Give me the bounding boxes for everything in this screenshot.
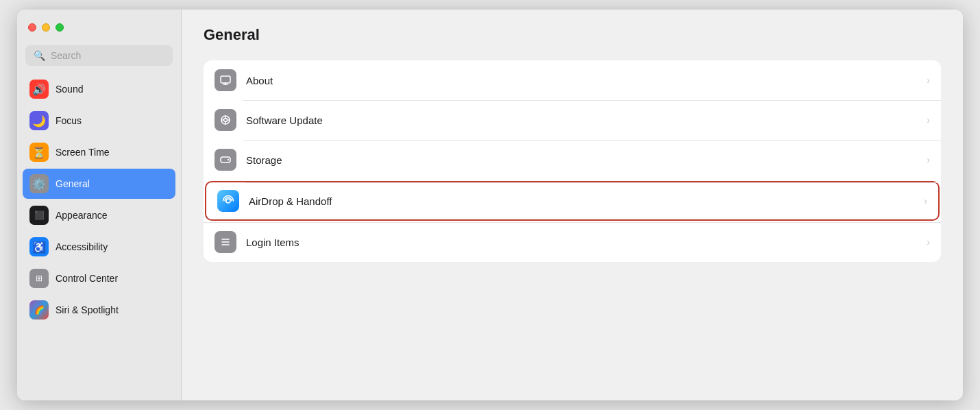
minimize-button[interactable]	[42, 23, 50, 32]
sidebar-label-focus: Focus	[56, 115, 82, 126]
storage-chevron: ›	[927, 154, 930, 165]
sidebar-items-list: 🔊 Sound 🌙 Focus ⏳ Screen Time ⚙️ General…	[17, 71, 181, 400]
row-software-update[interactable]: Software Update ›	[204, 100, 941, 140]
appearance-icon: ⬛	[29, 206, 49, 225]
svg-point-2	[224, 119, 228, 122]
airdrop-chevron: ›	[924, 195, 927, 206]
sound-icon: 🔊	[29, 80, 49, 99]
sidebar-item-screentime[interactable]: ⏳ Screen Time	[23, 137, 175, 167]
software-update-icon	[215, 109, 236, 131]
sidebar-item-focus[interactable]: 🌙 Focus	[23, 106, 175, 136]
row-airdrop[interactable]: AirDrop & Handoff ›	[205, 181, 940, 221]
software-update-label: Software Update	[246, 114, 917, 126]
search-icon: 🔍	[34, 50, 45, 61]
sidebar-item-general[interactable]: ⚙️ General	[23, 169, 175, 199]
about-label: About	[246, 75, 917, 86]
login-items-chevron: ›	[927, 237, 930, 248]
sidebar-label-screentime: Screen Time	[56, 147, 110, 158]
main-content: General About ›	[182, 10, 963, 400]
search-bar[interactable]: 🔍 Search	[25, 45, 173, 66]
svg-rect-0	[221, 76, 230, 83]
title-bar	[17, 10, 181, 45]
sidebar-label-appearance: Appearance	[56, 210, 108, 221]
svg-point-8	[228, 159, 229, 160]
sidebar: 🔍 Search 🔊 Sound 🌙 Focus ⏳ Screen Time ⚙…	[17, 10, 182, 400]
airdrop-label: AirDrop & Handoff	[249, 195, 914, 207]
login-items-icon	[215, 231, 236, 253]
storage-label: Storage	[246, 154, 917, 166]
sidebar-label-accessibility: Accessibility	[56, 241, 108, 252]
page-title: General	[204, 26, 941, 44]
sidebar-item-controlcenter[interactable]: ⊞ Control Center	[23, 263, 175, 293]
sidebar-label-general: General	[56, 178, 90, 189]
svg-point-9	[226, 199, 230, 203]
search-placeholder: Search	[51, 50, 81, 61]
login-items-label: Login Items	[246, 237, 917, 248]
general-icon: ⚙️	[29, 174, 49, 193]
about-chevron: ›	[927, 75, 930, 86]
sidebar-label-siri: Siri & Spotlight	[56, 304, 119, 315]
settings-group: About › Software Update ›	[204, 60, 941, 262]
sidebar-item-sound[interactable]: 🔊 Sound	[23, 74, 175, 104]
sidebar-label-controlcenter: Control Center	[56, 273, 118, 284]
close-button[interactable]	[28, 23, 36, 32]
airdrop-icon	[217, 190, 239, 212]
screentime-icon: ⏳	[29, 143, 49, 162]
traffic-lights	[28, 23, 64, 32]
row-storage[interactable]: Storage ›	[204, 140, 941, 180]
sidebar-item-siri[interactable]: 🌈 Siri & Spotlight	[23, 295, 175, 325]
maximize-button[interactable]	[56, 23, 64, 32]
storage-icon	[215, 149, 236, 171]
sidebar-label-sound: Sound	[56, 84, 83, 95]
controlcenter-icon: ⊞	[29, 269, 49, 288]
sidebar-item-accessibility[interactable]: ♿ Accessibility	[23, 232, 175, 262]
about-icon	[215, 69, 236, 91]
row-about[interactable]: About ›	[204, 60, 941, 100]
software-update-chevron: ›	[927, 114, 930, 125]
row-login-items[interactable]: Login Items ›	[204, 222, 941, 262]
focus-icon: 🌙	[29, 111, 49, 130]
accessibility-icon: ♿	[29, 237, 49, 256]
sidebar-item-appearance[interactable]: ⬛ Appearance	[23, 200, 175, 230]
siri-icon: 🌈	[29, 300, 49, 319]
app-window: 🔍 Search 🔊 Sound 🌙 Focus ⏳ Screen Time ⚙…	[17, 10, 963, 400]
